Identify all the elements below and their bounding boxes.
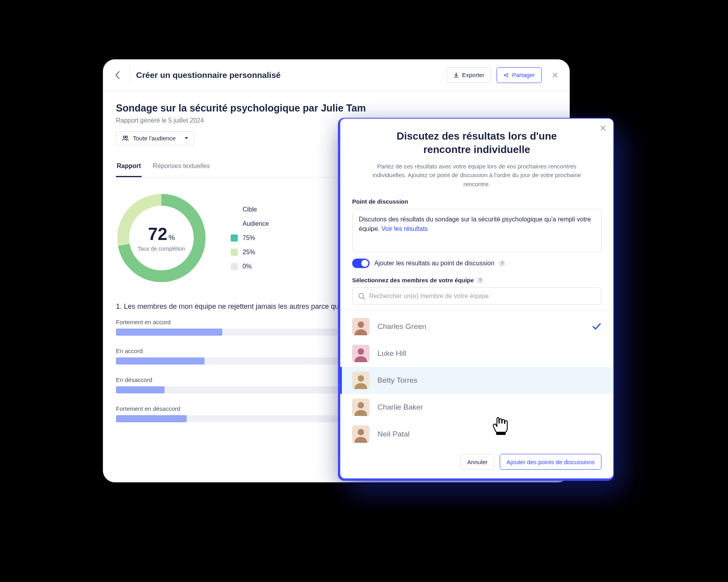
talking-point-input[interactable]: Discutons des résultats du sondage sur l… xyxy=(352,209,601,252)
talking-point-label: Point de discussion xyxy=(352,198,601,205)
help-icon[interactable]: ? xyxy=(477,277,483,283)
svg-point-10 xyxy=(358,402,364,408)
legend-0: 0% xyxy=(243,263,252,270)
svg-point-8 xyxy=(358,375,364,382)
see-results-link[interactable]: Voir les résultats xyxy=(381,225,428,232)
chevron-left-icon xyxy=(115,71,120,79)
download-icon xyxy=(453,72,459,78)
divider xyxy=(340,310,613,311)
member-row[interactable]: Charles Green xyxy=(340,313,613,340)
avatar xyxy=(352,345,370,362)
member-search[interactable] xyxy=(352,287,601,305)
modal-close-button[interactable] xyxy=(600,125,606,131)
discuss-results-modal: Discutez des résultats lors d'une rencon… xyxy=(340,119,613,478)
member-search-input[interactable] xyxy=(369,293,595,300)
completion-donut: 72% Taux de complétion xyxy=(116,193,207,283)
page-title: Créer un questionnaire personnalisé xyxy=(136,70,281,80)
svg-point-2 xyxy=(359,293,364,298)
share-label: Partager xyxy=(512,72,535,78)
add-results-toggle-label: Ajouter les résultats au point de discus… xyxy=(374,260,494,267)
divider xyxy=(130,66,131,84)
share-icon xyxy=(503,72,509,78)
topbar: Créer un questionnaire personnalisé Expo… xyxy=(103,60,569,91)
answer-bar-fill xyxy=(116,386,165,393)
completion-value: 72 xyxy=(148,224,167,244)
svg-point-6 xyxy=(358,348,364,355)
legend-75: 75% xyxy=(243,234,255,242)
answer-bar-track xyxy=(116,329,337,336)
legend-audience: Audience xyxy=(243,220,269,227)
share-button[interactable]: Partager xyxy=(497,67,542,83)
cancel-button[interactable]: Annuler xyxy=(461,454,495,470)
modal-title: Discutez des résultats lors d'une rencon… xyxy=(378,130,576,157)
legend-target: Cible xyxy=(243,206,257,213)
close-icon xyxy=(600,125,606,131)
member-name: Charlie Baker xyxy=(377,403,423,412)
export-button[interactable]: Exporter xyxy=(447,67,491,83)
avatar xyxy=(352,318,370,335)
back-button[interactable] xyxy=(110,68,125,82)
member-row[interactable]: Betty Torres xyxy=(340,367,613,394)
svg-point-4 xyxy=(358,321,364,328)
member-name: Charles Green xyxy=(377,322,427,331)
avatar xyxy=(352,399,370,416)
add-points-button[interactable]: Ajouter des points de discussions xyxy=(500,454,601,470)
member-row[interactable]: Charlie Baker xyxy=(340,394,613,421)
member-name: Luke Hill xyxy=(377,349,406,358)
member-row[interactable]: Luke Hill xyxy=(340,340,613,367)
member-list: Charles Green Luke Hill Betty Torres Cha… xyxy=(352,313,601,448)
member-name: Betty Torres xyxy=(377,376,417,385)
member-name: Neil Patal xyxy=(377,430,410,438)
audience-icon xyxy=(122,136,129,141)
legend-25: 25% xyxy=(243,249,255,256)
modal-description: Parlez de ces résultats avec votre équip… xyxy=(366,162,588,189)
svg-point-12 xyxy=(358,429,364,435)
add-results-toggle[interactable] xyxy=(352,259,370,268)
tab-textual[interactable]: Réponses textuelles xyxy=(152,156,210,177)
completion-unit: % xyxy=(169,234,175,242)
select-members-label: Sélectionnez des membres de votre équipe… xyxy=(352,277,601,283)
completion-legend: Cible Audience 75% 25% 0% xyxy=(231,206,269,270)
search-icon xyxy=(358,293,365,300)
help-icon[interactable]: ? xyxy=(499,260,505,266)
close-button[interactable] xyxy=(552,72,558,78)
audience-filter-label: Toute l'audience xyxy=(133,135,176,142)
answer-bar-fill xyxy=(116,329,222,336)
check-icon xyxy=(592,323,601,331)
member-row[interactable]: Neil Patal xyxy=(340,421,613,448)
answer-bar-track xyxy=(116,415,337,422)
completion-label: Taux de complétion xyxy=(138,246,186,252)
avatar xyxy=(352,425,370,443)
export-label: Exporter xyxy=(462,72,485,78)
answer-bar-track xyxy=(116,357,337,365)
avatar xyxy=(352,372,370,389)
report-title: Sondage sur la sécurité psychologique pa… xyxy=(116,102,557,114)
caret-down-icon xyxy=(184,137,188,140)
audience-filter[interactable]: Toute l'audience xyxy=(116,131,194,145)
tab-report[interactable]: Rapport xyxy=(116,156,142,177)
close-icon xyxy=(552,72,558,78)
answer-bar-track xyxy=(116,386,337,393)
answer-bar-fill xyxy=(116,415,187,422)
answer-bar-fill xyxy=(116,357,205,365)
